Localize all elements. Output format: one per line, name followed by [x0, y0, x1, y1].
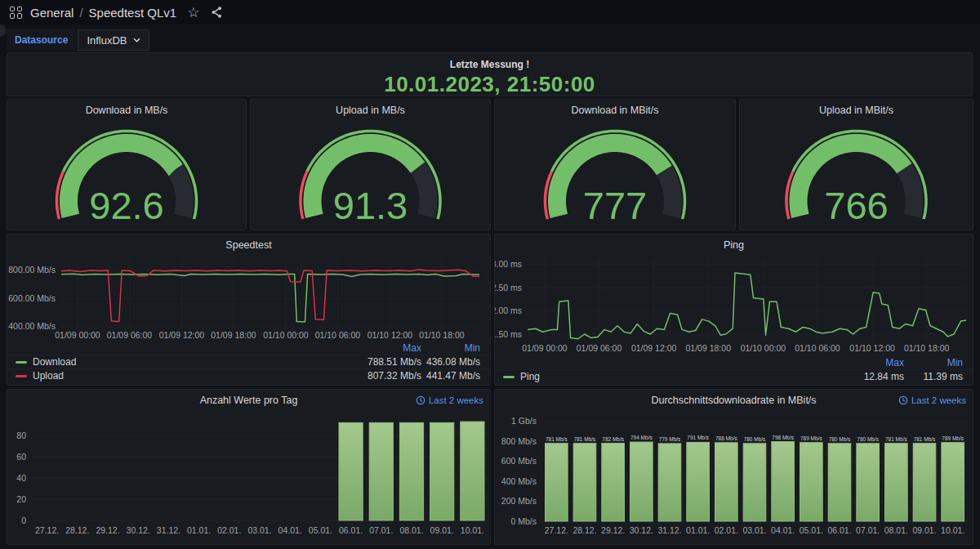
panel-title[interactable]: Ping	[495, 234, 973, 256]
legend-header-max[interactable]: Max	[343, 342, 421, 354]
x-tick-label: 02.01.	[715, 525, 738, 535]
x-tick-label: 01/09 06:00	[107, 330, 153, 340]
x-tick-label: 05.01.	[800, 525, 823, 535]
gauge-upload-mbit: 766	[740, 120, 973, 230]
x-tick-label: 08.01.	[884, 525, 908, 535]
gauge-value: 766	[824, 184, 888, 227]
x-tick-label: 01/10 18:00	[904, 343, 950, 353]
panel-title[interactable]: Upload in MB/s	[251, 100, 490, 121]
series-color-swatch	[16, 375, 27, 377]
x-tick-label: 01.01.	[187, 525, 211, 535]
series-upload	[61, 270, 479, 322]
bar	[828, 444, 851, 521]
legend-header-min[interactable]: Min	[904, 357, 973, 368]
panel-avg-download-rate: Durchschnittsdownloadrate in MBit/s Last…	[494, 389, 973, 545]
x-tick-label: 01/09 12:00	[159, 330, 205, 340]
legend-row-download: Download788.51 Mb/s436.08 Mb/s	[7, 355, 490, 368]
legend-header-max[interactable]: Max	[826, 357, 904, 368]
breadcrumb: General / Speedtest QLv1	[30, 6, 176, 20]
legend-max-value: 12.84 ms	[826, 371, 904, 382]
star-icon[interactable]: ☆	[187, 6, 199, 20]
bar-value-label: 781 Mb/s	[885, 436, 907, 442]
x-tick-label: 01/09 00:00	[55, 330, 100, 340]
bar	[885, 444, 908, 521]
legend-row-ping: Ping12.84 ms11.39 ms	[495, 369, 973, 383]
y-tick-label: 12.50 ms	[495, 283, 522, 292]
x-tick-label: 28.12.	[65, 525, 89, 535]
x-tick-label: 07.01.	[856, 525, 880, 535]
clock-icon	[898, 395, 908, 405]
grafana-dashboard: General / Speedtest QLv1 ☆ Datasource In…	[0, 0, 980, 549]
x-tick-label: 09.01.	[912, 525, 936, 535]
datasource-value: InfluxDB	[87, 34, 127, 47]
legend-series-toggle[interactable]: Download	[7, 356, 76, 368]
x-tick-label: 01/09 12:00	[631, 343, 677, 353]
time-range-link[interactable]: Last 2 weeks	[416, 395, 483, 405]
legend-series-toggle[interactable]: Ping	[495, 371, 540, 382]
speedtest-chart: 800.00 Mb/s600.00 Mb/s400.00 Mb/s01/09 0…	[7, 256, 490, 341]
bar	[630, 442, 653, 521]
y-tick-label: 800.00 Mb/s	[8, 265, 56, 274]
dashboards-grid-icon[interactable]	[10, 7, 22, 19]
x-tick-label: 01/10 12:00	[368, 330, 413, 340]
y-tick-label: 40	[16, 473, 26, 483]
x-tick-label: 01/09 18:00	[686, 343, 732, 353]
legend-header: MaxMin	[495, 356, 973, 369]
speedtest-legend: MaxMinDownload788.51 Mb/s436.08 Mb/sUplo…	[7, 341, 490, 382]
legend-max-value: 788.51 Mb/s	[343, 356, 421, 368]
legend-max-value: 807.32 Mb/s	[343, 370, 421, 382]
panel-gauge-upload-mbs: Upload in MB/s 91.3	[250, 99, 491, 230]
time-range-link[interactable]: Last 2 weeks	[898, 395, 966, 405]
panel-gauge-download-mbs: Download in MB/s 92.6	[7, 99, 247, 230]
x-tick-label: 02.01.	[217, 525, 241, 535]
panel-title[interactable]: Speedtest	[7, 234, 490, 256]
clock-icon	[416, 395, 425, 405]
breadcrumb-dashboard-title[interactable]: Speedtest QLv1	[89, 6, 177, 20]
last-measurement-value: 10.01.2023, 21:50:00	[7, 72, 972, 97]
x-tick-label: 27.12.	[545, 525, 568, 535]
panel-title[interactable]: Upload in MBit/s	[740, 100, 973, 121]
ping-legend: MaxMinPing12.84 ms11.39 ms	[495, 356, 973, 383]
bar-value-label: 781 Mb/s	[574, 436, 596, 442]
panel-title[interactable]: Download in MBit/s	[495, 100, 735, 121]
x-tick-label: 27.12.	[35, 525, 59, 535]
legend-header-min[interactable]: Min	[421, 342, 490, 354]
series-color-swatch	[503, 376, 514, 378]
x-tick-label: 06.01.	[827, 525, 851, 535]
datasource-label: Datasource	[7, 29, 76, 51]
bar	[573, 444, 596, 521]
gauge-value: 92.6	[89, 184, 163, 227]
datasource-select[interactable]: InfluxDB	[78, 29, 149, 51]
gauge-download-mbs: 92.6	[7, 120, 246, 230]
bar	[772, 442, 795, 521]
legend-series-toggle[interactable]: Upload	[7, 370, 64, 382]
panel-title[interactable]: Download in MB/s	[7, 100, 246, 121]
x-tick-label: 28.12.	[572, 525, 596, 535]
y-tick-label: 20	[16, 494, 26, 504]
x-tick-label: 04.01.	[278, 525, 302, 535]
sidebar-toggle-handle[interactable]	[0, 25, 6, 37]
x-tick-label: 10.01.	[941, 525, 964, 535]
x-tick-label: 01/10 06:00	[795, 343, 840, 353]
bar	[942, 443, 964, 521]
breadcrumb-folder[interactable]: General	[30, 6, 74, 20]
panel-title[interactable]: Letzte Messung !	[7, 59, 972, 70]
x-tick-label: 30.12.	[127, 525, 150, 535]
x-tick-label: 01/10 18:00	[419, 330, 465, 340]
x-tick-label: 29.12.	[601, 525, 625, 535]
bar-value-label: 779 Mb/s	[659, 436, 681, 442]
bar	[857, 444, 880, 521]
values-per-day-chart: 02040608027.12.28.12.29.12.30.12.31.12.0…	[7, 411, 490, 544]
bar	[800, 443, 823, 521]
top-nav: General / Speedtest QLv1 ☆	[0, 0, 980, 25]
bar	[339, 422, 363, 520]
y-tick-label: 600.00 Mb/s	[8, 293, 56, 303]
x-tick-label: 30.12.	[630, 525, 653, 535]
panel-gauge-upload-mbit: Upload in MBit/s 766	[739, 99, 973, 230]
ping-chart: 13.00 ms12.50 ms12.00 ms11.50 ms01/09 00…	[495, 256, 973, 355]
series-download	[61, 274, 479, 322]
x-tick-label: 03.01.	[247, 525, 271, 535]
share-icon[interactable]	[211, 6, 223, 19]
bar-value-label: 788 Mb/s	[715, 435, 737, 441]
y-tick-label: 0	[21, 516, 26, 525]
